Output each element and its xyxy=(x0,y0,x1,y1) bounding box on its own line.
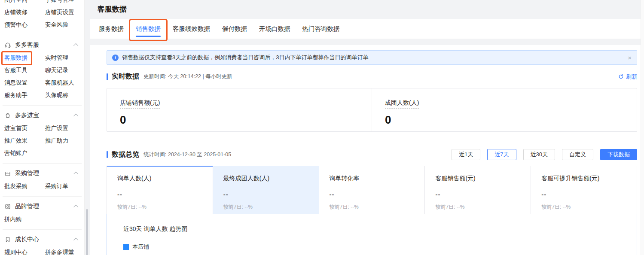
sidebar-item-service-assistant[interactable]: 服务助手 xyxy=(4,91,45,99)
range-button-7d[interactable]: 近7天 xyxy=(487,149,516,160)
sidebar-item-pdd-classroom[interactable]: 拼多多课堂 xyxy=(45,249,84,255)
range-button-30d[interactable]: 近30天 xyxy=(523,149,555,160)
divider xyxy=(3,229,82,230)
metric-label: 客服销售额(元) xyxy=(435,175,475,184)
realtime-section-header: 实时数据 更新时间: 今天 20:14:22 | 每小时更新 刷新 xyxy=(107,72,637,81)
sidebar-item-realtime-management[interactable]: 实时管理 xyxy=(45,54,84,62)
chevron-up-icon[interactable] xyxy=(73,205,78,209)
tab-sales-data[interactable]: 销售数据 xyxy=(136,19,161,39)
sidebar-item-avatar-nickname[interactable]: 头像昵称 xyxy=(45,91,84,99)
stat-label[interactable]: 店铺销售额(元) xyxy=(120,99,160,109)
sidebar-item-shop-page-settings[interactable]: 店铺页设置 xyxy=(45,9,84,16)
growth-bookmark-icon xyxy=(4,236,11,243)
tab-performance-data[interactable]: 客服绩效数据 xyxy=(173,19,210,39)
sidebar-item-warning-center[interactable]: 预警中心 xyxy=(4,21,45,29)
sidebar-item-promo-effect[interactable]: 推广效果 xyxy=(4,137,45,145)
sidebar-item-jinbao-home[interactable]: 进宝首页 xyxy=(4,124,45,132)
sidebar-item-customer-service-data[interactable]: 客服数据 xyxy=(4,54,45,62)
sidebar-item-service-robot[interactable]: 客服机器人 xyxy=(45,79,84,87)
stat-value: 0 xyxy=(385,113,637,127)
metric-label: 询单转化率 xyxy=(330,175,360,184)
metric-card-inquiry-users[interactable]: 询单人数(人) -- 较前7日: --% xyxy=(107,166,213,214)
chart-legend[interactable]: 本店铺 xyxy=(123,243,637,251)
divider xyxy=(3,35,82,35)
sidebar-section-duoduo-jinbao[interactable]: 多多进宝 xyxy=(0,109,84,122)
divider xyxy=(3,196,82,197)
treasure-basket-icon xyxy=(4,112,11,119)
divider xyxy=(3,163,82,164)
section-accent-bar xyxy=(107,73,108,80)
sidebar-section-brand[interactable]: 品牌管理 xyxy=(0,200,84,213)
page-scrollbar-track[interactable] xyxy=(641,0,644,255)
sidebar-item-message-settings[interactable]: 消息设置 xyxy=(4,79,45,87)
trend-chart-panel: 近30天 询单人数 趋势图 本店铺 xyxy=(107,214,637,255)
sidebar-section-customer-service[interactable]: 多多客服 xyxy=(0,39,84,52)
refresh-icon xyxy=(618,74,624,79)
tab-label: 热门咨询数据 xyxy=(302,25,340,33)
metric-cards-row: 询单人数(人) -- 较前7日: --% 最终成团人数(人) -- 较前7日: … xyxy=(107,166,637,214)
tab-opening-remark-data[interactable]: 开场白数据 xyxy=(259,19,290,39)
metric-label: 询单人数(人) xyxy=(117,175,151,184)
sidebar-scrollbar-thumb[interactable] xyxy=(86,209,88,255)
realtime-stat-shop-sales: 店铺销售额(元) 0 xyxy=(107,88,372,131)
tab-label: 客服绩效数据 xyxy=(173,25,210,33)
tab-payment-reminder-data[interactable]: 催付数据 xyxy=(222,19,247,39)
banner-close-icon[interactable]: × xyxy=(628,55,632,61)
sidebar-item-promo-assist[interactable]: 推广助力 xyxy=(45,137,84,145)
metric-compare: 较前7日: --% xyxy=(223,203,319,211)
app-root: 图片空间 子账号管理 店铺装修 店铺页设置 预警中心 安全风险 多多客服 客服数… xyxy=(0,0,644,255)
sidebar-item-service-tools[interactable]: 客服工具 xyxy=(4,67,45,74)
metric-compare: 较前7日: --% xyxy=(435,203,531,211)
chevron-up-icon[interactable] xyxy=(73,114,78,118)
chart-title: 近30天 询单人数 趋势图 xyxy=(123,225,637,233)
metric-card-final-group-users[interactable]: 最终成团人数(人) -- 较前7日: --% xyxy=(213,166,319,214)
sidebar-item-promo-settings[interactable]: 推广设置 xyxy=(45,124,84,132)
main-content: i 销售数据仅支持查看3天之前的数据，例如消费者当日咨询后，3日内下单订单都算作… xyxy=(90,45,641,255)
sidebar-item-chat-history[interactable]: 聊天记录 xyxy=(45,67,84,74)
refresh-label: 刷新 xyxy=(626,73,637,81)
sidebar-section-title: 多多进宝 xyxy=(15,112,39,119)
sidebar-item-wholesale-procurement[interactable]: 批发采购 xyxy=(4,182,45,190)
download-data-button[interactable]: 下载数据 xyxy=(600,149,637,160)
tab-service-data[interactable]: 服务数据 xyxy=(99,19,124,39)
range-button-custom[interactable]: 自定义 xyxy=(562,149,593,160)
metric-label: 客服可提升销售额(元) xyxy=(541,175,599,184)
sidebar-item-rules-center[interactable]: 规则中心 xyxy=(4,249,45,255)
overview-stat-time: 统计时间: 2024-12-30 至 2025-01-05 xyxy=(143,151,231,158)
sidebar-item-marketing-account[interactable]: 营销账户 xyxy=(4,149,45,157)
sidebar-item-pin-internal-purchase[interactable]: 拼内购 xyxy=(4,216,45,223)
metric-compare: 较前7日: --% xyxy=(541,203,637,211)
chevron-up-icon[interactable] xyxy=(73,43,78,48)
headset-icon xyxy=(4,42,11,49)
stat-value: 0 xyxy=(120,113,372,127)
metric-card-inquiry-conversion[interactable]: 询单转化率 -- 较前7日: --% xyxy=(319,166,425,214)
sidebar-section-title: 采购管理 xyxy=(15,170,39,177)
sidebar-item-security-risk[interactable]: 安全风险 xyxy=(45,21,84,29)
sidebar-section-title: 成长中心 xyxy=(15,236,39,243)
tab-label: 催付数据 xyxy=(222,25,247,33)
overview-title: 数据总览 xyxy=(112,150,139,159)
banner-text: 销售数据仅支持查看3天之前的数据，例如消费者当日咨询后，3日内下单订单都算作当日… xyxy=(122,54,368,61)
range-button-1d[interactable]: 近1天 xyxy=(452,149,480,160)
overview-section-header: 数据总览 统计时间: 2024-12-30 至 2025-01-05 近1天 近… xyxy=(107,149,637,160)
stat-label[interactable]: 成团人数(人) xyxy=(385,99,419,109)
procurement-box-icon xyxy=(4,170,11,177)
refresh-button[interactable]: 刷新 xyxy=(618,73,637,81)
metric-value: -- xyxy=(117,191,213,198)
metric-card-improvable-sales[interactable]: 客服可提升销售额(元) -- 较前7日: --% xyxy=(531,166,637,214)
sidebar-item-image-space[interactable]: 图片空间 xyxy=(4,0,45,4)
sidebar-section-growth[interactable]: 成长中心 xyxy=(0,233,84,246)
metric-value: -- xyxy=(541,191,637,198)
brand-tag-icon xyxy=(4,203,11,210)
sidebar-item-shop-decoration[interactable]: 店铺装修 xyxy=(4,9,45,16)
sidebar-section-procurement[interactable]: 采购管理 xyxy=(0,167,84,180)
section-accent-bar xyxy=(107,151,108,158)
tabs-bar: 服务数据 销售数据 客服绩效数据 催付数据 开场白数据 热门咨询数据 xyxy=(90,19,644,39)
chevron-up-icon[interactable] xyxy=(73,238,78,243)
sidebar-item-subaccount[interactable]: 子账号管理 xyxy=(45,0,84,4)
sidebar-item-procurement-orders[interactable]: 采购订单 xyxy=(45,182,84,190)
tab-hot-consult-data[interactable]: 热门咨询数据 xyxy=(302,19,340,39)
chevron-up-icon[interactable] xyxy=(73,172,78,176)
metric-card-service-sales[interactable]: 客服销售额(元) -- 较前7日: --% xyxy=(424,166,531,214)
active-tab-underline xyxy=(136,36,161,37)
